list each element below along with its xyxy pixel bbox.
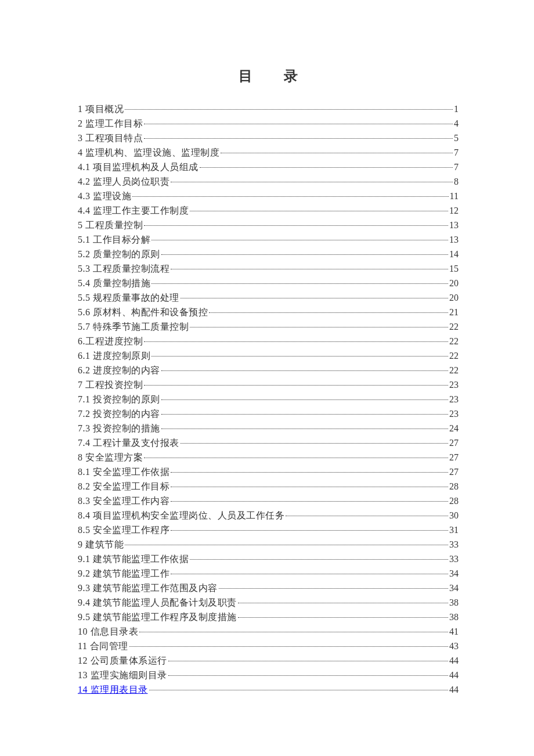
toc-leader-dots [161, 399, 449, 400]
toc-entry: 5 工程质量控制13 [78, 218, 459, 232]
toc-leader-dots [144, 385, 448, 386]
toc-leader-dots [132, 196, 449, 197]
toc-entry: 3 工程项目特点5 [78, 131, 459, 145]
toc-entry-page: 22 [449, 348, 459, 363]
toc-leader-dots [181, 443, 449, 444]
toc-entry-page: 44 [449, 682, 459, 697]
toc-entry-page: 5 [454, 131, 459, 145]
toc-entry-label: 7.2 投资控制的内容 [78, 406, 160, 421]
toc-entry-label: 5.5 规程质量事故的处理 [78, 290, 179, 305]
toc-list: 1 项目概况12 监理工作目标43 工程项目特点54 监理机构、监理设施、监理制… [78, 102, 459, 697]
toc-entry-label: 8.5 安全监理工作程序 [78, 523, 169, 537]
toc-entry-page: 23 [449, 377, 459, 392]
toc-leader-dots [144, 341, 448, 342]
toc-entry-page: 38 [449, 610, 459, 624]
toc-entry: 1 项目概况1 [78, 102, 459, 116]
toc-entry: 8.3 安全监理工作内容28 [78, 494, 459, 508]
toc-leader-dots [161, 370, 449, 371]
toc-entry-page: 20 [449, 290, 459, 305]
toc-entry[interactable]: 14 监理用表目录44 [78, 682, 459, 697]
toc-entry-label: 1 项目概况 [78, 102, 124, 116]
toc-entry-label[interactable]: 14 监理用表目录 [78, 682, 148, 697]
toc-entry: 4.2 监理人员岗位职责8 [78, 174, 459, 189]
toc-entry-page: 14 [449, 247, 459, 261]
toc-leader-dots [171, 182, 453, 182]
toc-entry-label: 6.工程进度控制 [78, 334, 143, 348]
toc-entry: 5.1 工作目标分解13 [78, 232, 459, 247]
toc-entry: 6.工程进度控制22 [78, 334, 459, 348]
toc-entry-label: 12 公司质量体系运行 [78, 653, 167, 668]
toc-entry-label: 11 合同管理 [78, 639, 128, 653]
toc-entry-page: 43 [449, 639, 459, 653]
toc-entry-label: 5.4 质量控制措施 [78, 276, 150, 290]
toc-entry-label: 8.4 项目监理机构安全监理岗位、人员及工作任务 [78, 508, 284, 523]
toc-entry-page: 22 [449, 334, 459, 348]
toc-entry-page: 31 [449, 523, 459, 537]
toc-entry-page: 7 [454, 160, 459, 174]
toc-leader-dots [125, 545, 448, 545]
toc-entry-page: 38 [449, 595, 459, 610]
toc-leader-dots [181, 298, 449, 298]
toc-entry-page: 22 [449, 363, 459, 377]
toc-entry: 4.3 监理设施11 [78, 189, 459, 203]
toc-entry-page: 20 [449, 276, 459, 290]
toc-entry: 5.2 质量控制的原则14 [78, 247, 459, 261]
toc-entry-page: 33 [449, 552, 459, 566]
toc-leader-dots [238, 617, 449, 618]
toc-leader-dots [190, 559, 448, 560]
toc-leader-dots [171, 501, 448, 502]
toc-leader-dots [171, 530, 448, 531]
toc-entry-page: 30 [449, 508, 459, 523]
toc-entry-label: 7 工程投资控制 [78, 377, 143, 392]
toc-entry: 13 监理实施细则目录44 [78, 668, 459, 682]
toc-entry-label: 9 建筑节能 [78, 537, 124, 552]
toc-entry-label: 5.7 特殊季节施工质量控制 [78, 319, 189, 334]
toc-entry: 4 监理机构、监理设施、监理制度7 [78, 145, 459, 160]
toc-leader-dots [171, 269, 448, 269]
toc-leader-dots [238, 603, 449, 603]
toc-entry-page: 23 [449, 406, 459, 421]
toc-entry: 7.1 投资控制的原则23 [78, 392, 459, 406]
toc-entry: 8.1 安全监理工作依据27 [78, 465, 459, 479]
toc-leader-dots [171, 487, 448, 487]
toc-entry: 8.4 项目监理机构安全监理岗位、人员及工作任务30 [78, 508, 459, 523]
toc-entry-page: 15 [449, 261, 459, 276]
toc-leader-dots [168, 661, 449, 661]
toc-entry: 9.3 建筑节能监理工作范围及内容34 [78, 581, 459, 595]
toc-leader-dots [139, 632, 448, 632]
toc-leader-dots [144, 124, 453, 124]
toc-entry: 8.5 安全监理工作程序31 [78, 523, 459, 537]
toc-entry-label: 7.4 工程计量及支付报表 [78, 435, 179, 450]
toc-leader-dots [221, 153, 453, 153]
toc-entry: 5.6 原材料、构配件和设备预控21 [78, 305, 459, 319]
toc-entry-label: 6.2 进度控制的内容 [78, 363, 160, 377]
toc-entry-page: 11 [450, 189, 459, 203]
toc-entry: 5.3 工程质量控制流程15 [78, 261, 459, 276]
toc-entry: 8 安全监理方案27 [78, 450, 459, 465]
toc-entry: 7.2 投资控制的内容23 [78, 406, 459, 421]
toc-entry-label: 8.2 安全监理工作目标 [78, 479, 169, 494]
toc-entry-page: 27 [449, 450, 459, 465]
toc-entry-page: 34 [449, 566, 459, 581]
toc-entry-label: 4.3 监理设施 [78, 189, 131, 203]
toc-entry-label: 5.3 工程质量控制流程 [78, 261, 169, 276]
toc-leader-dots [129, 646, 448, 647]
toc-entry: 9.2 建筑节能监理工作34 [78, 566, 459, 581]
toc-entry: 9 建筑节能33 [78, 537, 459, 552]
toc-leader-dots [144, 458, 448, 458]
toc-entry: 4.1 项目监理机构及人员组成7 [78, 160, 459, 174]
toc-entry: 7 工程投资控制23 [78, 377, 459, 392]
toc-entry-page: 28 [449, 479, 459, 494]
toc-leader-dots [144, 225, 448, 226]
toc-entry-page: 22 [449, 319, 459, 334]
toc-entry-label: 5 工程质量控制 [78, 218, 143, 232]
toc-entry: 7.4 工程计量及支付报表27 [78, 435, 459, 450]
toc-entry: 9.5 建筑节能监理工作程序及制度措施38 [78, 610, 459, 624]
toc-entry-label: 9.5 建筑节能监理工作程序及制度措施 [78, 610, 237, 624]
toc-leader-dots [168, 675, 449, 676]
toc-entry-page: 44 [449, 653, 459, 668]
toc-entry: 2 监理工作目标4 [78, 116, 459, 131]
toc-entry-page: 27 [449, 435, 459, 450]
toc-entry: 8.2 安全监理工作目标28 [78, 479, 459, 494]
toc-entry-label: 5.6 原材料、构配件和设备预控 [78, 305, 208, 319]
